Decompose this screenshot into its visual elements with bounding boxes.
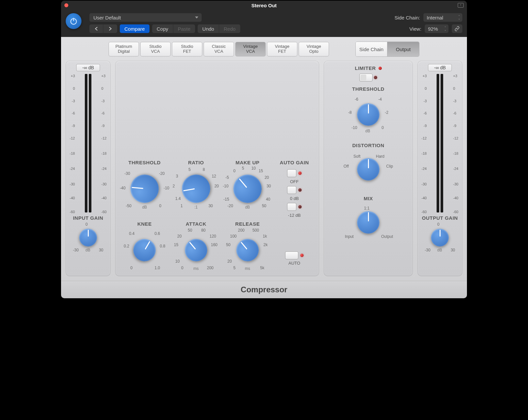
type-tab-studio-vca[interactable]: StudioVCA <box>140 42 171 56</box>
view-label: View: <box>410 26 421 32</box>
mode-tab-output[interactable]: Output <box>387 42 419 56</box>
input-meter-l <box>85 74 87 212</box>
undo-button[interactable]: Undo <box>198 24 219 33</box>
autogain-1[interactable] <box>287 186 296 194</box>
redo-button[interactable]: Redo <box>219 24 240 33</box>
window-action-icon[interactable] <box>458 3 464 8</box>
power-button[interactable] <box>66 13 82 29</box>
paste-button[interactable]: Paste <box>173 24 195 33</box>
type-tab-platinum-digital[interactable]: PlatinumDigital <box>109 42 139 56</box>
preset-select[interactable]: User Default <box>89 13 202 22</box>
attack-knob[interactable] <box>180 234 212 266</box>
output-meter-l <box>437 74 439 212</box>
input-value: -∞ dB <box>76 64 100 71</box>
limiter-led <box>379 67 382 70</box>
makeup-knob[interactable] <box>227 169 267 209</box>
ratio-knob[interactable] <box>180 172 213 205</box>
output-value: -∞ dB <box>428 64 452 71</box>
threshold-knob[interactable] <box>129 173 160 204</box>
output-meter-r <box>441 74 443 212</box>
mix-knob[interactable] <box>357 211 380 234</box>
link-button[interactable] <box>452 24 462 33</box>
plugin-name: Compressor <box>61 281 467 298</box>
mode-tab-side-chain[interactable]: Side Chain <box>356 42 387 56</box>
close-window[interactable] <box>64 3 68 7</box>
limiter-threshold-knob[interactable] <box>357 103 380 126</box>
input-meter-r <box>89 74 91 212</box>
release-knob[interactable] <box>232 234 263 266</box>
sidechain-select[interactable]: Internal <box>423 13 462 22</box>
input-gain-label: INPUT GAIN <box>73 215 103 221</box>
knee-knob[interactable] <box>129 235 160 266</box>
sidechain-label: Side Chain: <box>394 15 420 20</box>
preset-next-button[interactable] <box>103 24 117 33</box>
view-zoom-select[interactable]: 92% <box>425 24 448 33</box>
type-tab-vintage-fet[interactable]: VintageFET <box>267 42 297 56</box>
autogain-2[interactable] <box>287 203 296 211</box>
output-gain-knob[interactable] <box>431 229 449 246</box>
preset-prev-button[interactable] <box>89 24 103 33</box>
type-tab-studio-fet[interactable]: StudioFET <box>172 42 202 56</box>
type-tab-vintage-opto[interactable]: VintageOpto <box>299 42 329 56</box>
output-gain-label: OUTPUT GAIN <box>422 215 458 221</box>
type-tab-vintage-vca[interactable]: VintageVCA <box>235 42 266 56</box>
type-tab-classic-vca[interactable]: ClassicVCA <box>204 42 234 56</box>
input-gain-knob[interactable] <box>79 229 97 246</box>
compare-button[interactable]: Compare <box>120 24 149 33</box>
copy-button[interactable]: Copy <box>152 24 173 33</box>
limiter-toggle[interactable] <box>359 74 373 81</box>
autogain-0[interactable] <box>287 169 296 177</box>
window-title: Stereo Out <box>251 3 277 8</box>
distortion-knob[interactable] <box>357 158 380 180</box>
release-auto-toggle[interactable] <box>285 251 298 259</box>
